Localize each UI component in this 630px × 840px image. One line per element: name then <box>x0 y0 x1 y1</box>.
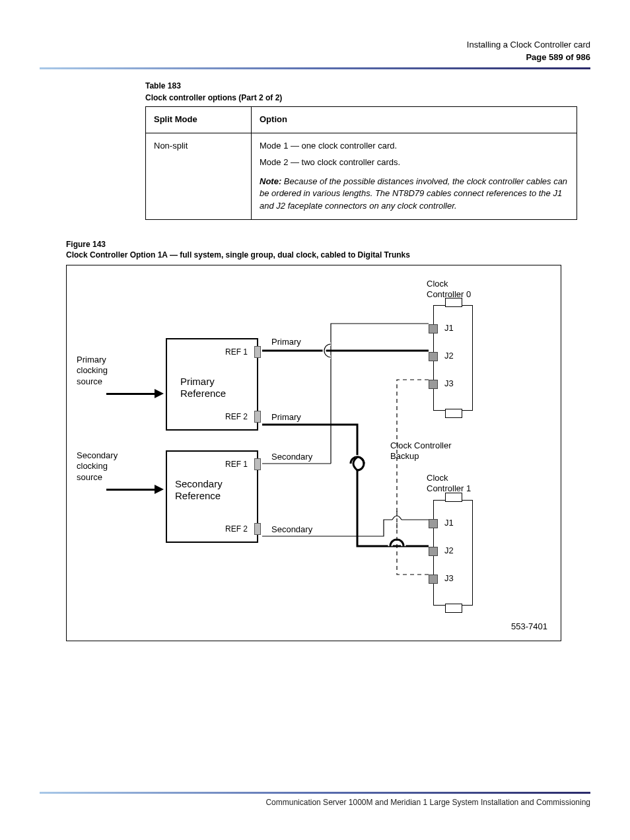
table-wrap: Split Mode Option Non-split Mode 1 — one… <box>145 106 577 220</box>
label-secondary-source: Secondary clocking source <box>77 450 118 483</box>
cc1-j1 <box>429 519 438 528</box>
cc1-j3-label: J3 <box>444 573 454 583</box>
label-cc0: Clock Controller 0 <box>427 279 471 299</box>
clock-controller-0-box: J1 J2 J3 <box>433 305 473 411</box>
arrow-primary <box>106 393 156 395</box>
arrow-head-secondary <box>155 485 164 494</box>
port-sref-ref1 <box>254 458 261 470</box>
svg-rect-1 <box>355 457 359 470</box>
header-page: Page 589 of 986 <box>40 52 590 62</box>
table-header-col2: Option <box>252 107 577 133</box>
table-cell-option: Mode 1 — one clock controller card. Mode… <box>252 133 577 219</box>
footer-text: Communication Server 1000M and Meridian … <box>40 798 590 807</box>
primary-ref-label: Primary Reference <box>180 376 226 400</box>
header-section: Installing a Clock Controller card <box>40 40 590 50</box>
table-number: Table 183 <box>145 81 590 90</box>
line-label-secondary-1: Secondary <box>271 452 312 462</box>
option-note: Note: Because of the possible distances … <box>260 176 569 213</box>
cc1-ear-bottom <box>445 604 462 613</box>
port-pref-ref2 <box>254 411 261 423</box>
primary-reference-box: Primary Reference REF 1 REF 2 <box>166 338 258 431</box>
cc0-j2-label: J2 <box>444 351 454 361</box>
cc0-j2 <box>429 352 438 361</box>
header-rule <box>40 67 590 69</box>
table-cell-split: Non-split <box>146 133 252 219</box>
option-line-1: Mode 1 — one clock controller card. <box>260 140 569 153</box>
label-primary-source: Primary clocking source <box>77 355 108 387</box>
cc1-j1-label: J1 <box>444 518 454 528</box>
line-label-primary-2: Primary <box>271 412 301 422</box>
cc0-j3-label: J3 <box>444 378 454 388</box>
line-label-secondary-2: Secondary <box>271 524 312 534</box>
arrow-head-primary <box>155 389 164 398</box>
clock-options-table: Split Mode Option Non-split Mode 1 — one… <box>145 106 577 220</box>
cc1-ear-top <box>445 493 462 502</box>
cc0-j1 <box>429 324 438 333</box>
port-pref-ref1 <box>254 346 261 358</box>
figure-title: Clock Controller Option 1A — full system… <box>66 250 577 260</box>
cc1-j3 <box>429 575 438 584</box>
port-sref-ref2 <box>254 523 261 535</box>
label-cc-backup: Clock Controller Backup <box>390 440 451 461</box>
cc0-ear-bottom <box>445 409 462 418</box>
cc0-j3 <box>429 380 438 389</box>
table-title: Clock controller options (Part 2 of 2) <box>145 93 590 102</box>
arrow-secondary <box>106 489 156 491</box>
ref2-label-bot: REF 2 <box>225 524 248 534</box>
secondary-reference-box: Secondary Reference REF 1 REF 2 <box>166 450 258 543</box>
table-row: Non-split Mode 1 — one clock controller … <box>146 133 577 219</box>
table-header-col1: Split Mode <box>146 107 252 133</box>
page: Installing a Clock Controller card Page … <box>0 0 630 840</box>
svg-rect-2 <box>392 516 402 523</box>
footer: Communication Server 1000M and Meridian … <box>40 779 590 807</box>
ref1-label-bot: REF 1 <box>225 460 248 469</box>
wires-svg <box>67 265 562 642</box>
figure-area: Figure 143 Clock Controller Option 1A — … <box>66 240 577 641</box>
figure-number: Figure 143 <box>66 240 577 249</box>
footer-rule <box>40 792 590 794</box>
clock-diagram: Primary clocking source Secondary clocki… <box>66 265 561 641</box>
table-header-row: Split Mode Option <box>146 107 577 133</box>
cc0-ear-top <box>445 298 462 307</box>
line-label-primary-1: Primary <box>271 337 301 347</box>
ref1-label-top: REF 1 <box>225 347 248 357</box>
cc1-j2 <box>429 547 438 556</box>
cc1-j2-label: J2 <box>444 545 454 555</box>
diagram-code: 553-7401 <box>511 621 547 631</box>
option-line-2: Mode 2 — two clock controller cards. <box>260 157 569 169</box>
secondary-ref-label: Secondary Reference <box>175 478 223 502</box>
ref2-label-top: REF 2 <box>225 412 248 421</box>
clock-controller-1-box: J1 J2 J3 <box>433 500 473 606</box>
label-cc1: Clock Controller 1 <box>427 473 471 493</box>
cc0-j1-label: J1 <box>444 323 454 333</box>
svg-point-0 <box>357 463 358 464</box>
